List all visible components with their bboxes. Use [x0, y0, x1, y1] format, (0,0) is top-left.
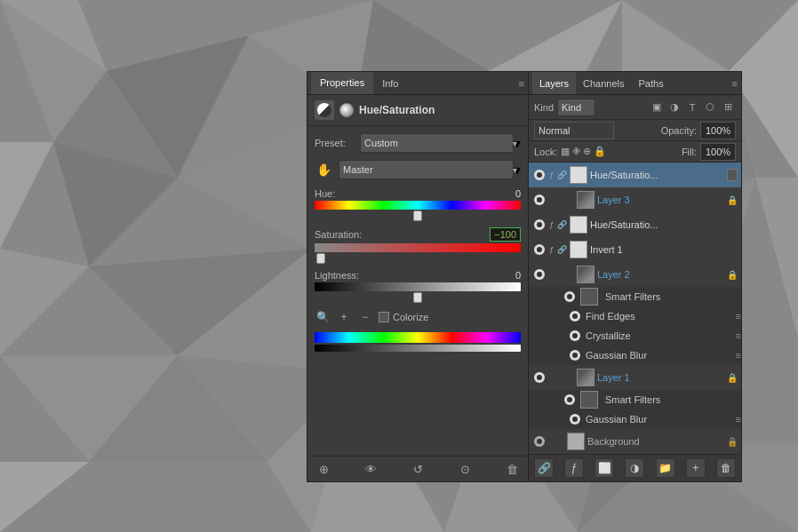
layer-thumb-hue-sat-top — [570, 166, 587, 184]
visibility2-icon[interactable]: ⊙ — [456, 460, 474, 478]
filter-visibility-find-edges[interactable] — [568, 309, 582, 323]
preset-select[interactable]: Custom Default — [360, 133, 514, 153]
saturation-thumb[interactable] — [316, 253, 325, 264]
hue-label-row: Hue: 0 — [315, 188, 521, 199]
saturation-label: Saturation: — [315, 229, 362, 240]
layers-list: ƒ 🔗 Hue/Saturatio... Layer 3 🔒 — [529, 163, 741, 454]
layer-lock-background: 🔒 — [727, 437, 738, 447]
properties-tab-bar: Properties Info ≡ — [307, 72, 528, 95]
layer-visibility-layer1[interactable] — [532, 370, 547, 385]
layer-link-button[interactable]: 🔗 — [534, 458, 554, 478]
lock-artboard-icon[interactable]: ⊕ — [583, 146, 591, 157]
smart-filter-icon[interactable]: ⊞ — [720, 99, 736, 115]
text-filter-icon[interactable]: T — [684, 99, 700, 115]
blend-mode-select[interactable]: Normal Multiply Screen — [534, 122, 614, 139]
shape-filter-icon[interactable]: ⬡ — [702, 99, 718, 115]
lightness-thumb[interactable] — [413, 292, 422, 303]
layer-visibility-hue-sat-top[interactable] — [532, 168, 547, 182]
smart-filters-visibility-layer1[interactable] — [563, 393, 577, 407]
lock-position-icon[interactable]: ✙ — [572, 146, 580, 157]
layer-row-background[interactable]: Background 🔒 — [529, 429, 741, 454]
smart-filters-thumb-layer2 — [580, 288, 598, 306]
adjustment-filter-icon[interactable]: ◑ — [666, 99, 682, 115]
opacity-value[interactable]: 100% — [700, 122, 736, 139]
filter-row-gaussian-blur-layer2[interactable]: Gaussian Blur ≡ — [529, 345, 741, 365]
preset-select-wrapper: Custom Default ▾ — [360, 133, 521, 153]
eyedropper-plus-button[interactable]: + — [336, 309, 352, 325]
channel-dropdown-arrow: ▾ — [514, 162, 521, 179]
filter-visibility-gaussian-blur-layer2[interactable] — [568, 348, 582, 362]
layer-thumb-layer2 — [577, 266, 595, 283]
layer-adjustment-button[interactable]: ◑ — [625, 458, 644, 478]
saturation-value[interactable]: −100 — [490, 227, 521, 242]
tab-info[interactable]: Info — [373, 72, 407, 94]
lock-pixels-icon[interactable]: ▦ — [561, 146, 570, 157]
smart-filters-visibility-layer2[interactable] — [563, 290, 577, 304]
layer-mask-button[interactable]: ⬜ — [595, 458, 614, 478]
delete-icon[interactable]: 🗑 — [503, 460, 521, 478]
eyedropper-button[interactable]: 🔍 — [315, 309, 331, 325]
reset-icon[interactable]: ↺ — [409, 460, 427, 478]
layer-new-button[interactable]: + — [686, 458, 706, 478]
layer-row-layer1[interactable]: Layer 1 🔒 — [529, 365, 741, 390]
layer-name-background: Background — [587, 436, 724, 447]
fill-value[interactable]: 100% — [700, 143, 736, 161]
layer-fx-button[interactable]: ƒ — [564, 458, 584, 478]
lock-all-icon[interactable]: 🔒 — [594, 146, 606, 157]
layer-row-hue-sat-2[interactable]: ƒ 🔗 Hue/Saturatio... — [529, 212, 741, 237]
layers-tab-bar: Layers Channels Paths ≡ — [529, 72, 741, 95]
filter-adj-find-edges: ≡ — [736, 311, 741, 322]
filter-row-gaussian-blur-layer1[interactable]: Gaussian Blur ≡ — [529, 409, 741, 429]
visibility-icon[interactable]: 👁 — [362, 460, 379, 478]
filter-visibility-gaussian-blur-layer1[interactable] — [568, 412, 582, 426]
layer-row-layer3[interactable]: Layer 3 🔒 — [529, 187, 741, 212]
preset-row: Preset: Custom Default ▾ — [315, 133, 521, 153]
tab-properties[interactable]: Properties — [311, 72, 373, 94]
colorize-checkbox[interactable] — [379, 312, 389, 322]
layer-delete-button[interactable]: 🗑 — [716, 458, 736, 478]
fx-badge-hue-sat-2: ƒ — [549, 220, 554, 229]
colorize-checkbox-label[interactable]: Colorize — [379, 312, 428, 322]
layer-row-hue-sat-top[interactable]: ƒ 🔗 Hue/Saturatio... — [529, 163, 741, 187]
props-content: Preset: Custom Default ▾ ✋ Master Reds Y — [307, 126, 528, 456]
tab-paths[interactable]: Paths — [632, 72, 671, 94]
gray-bar — [315, 345, 521, 352]
lock-fill-row: Lock: ▦ ✙ ⊕ 🔒 Fill: 100% — [529, 141, 741, 163]
hue-thumb[interactable] — [413, 210, 422, 221]
lightness-label-row: Lightness: 0 — [315, 270, 521, 281]
layers-panel-menu-icon[interactable]: ≡ — [732, 78, 738, 89]
layer-visibility-invert1[interactable] — [532, 242, 547, 257]
add-adjustment-icon[interactable]: ⊕ — [315, 460, 332, 478]
layer-visibility-layer3[interactable] — [532, 193, 547, 207]
layer-name-layer1: Layer 1 — [597, 372, 724, 383]
layer-name-layer2: Layer 2 — [597, 269, 724, 280]
filter-visibility-crystallize[interactable] — [568, 329, 582, 343]
channel-select[interactable]: Master Reds Yellows — [339, 160, 514, 179]
filter-row-crystallize[interactable]: Crystallize ≡ — [529, 326, 741, 345]
layer-lock-layer3: 🔒 — [727, 195, 738, 205]
layer-row-invert1[interactable]: ƒ 🔗 Invert 1 — [529, 237, 741, 262]
sat-gradient — [315, 243, 521, 252]
colorize-label: Colorize — [393, 312, 428, 322]
filter-row-find-edges[interactable]: Find Edges ≡ — [529, 306, 741, 326]
filter-adj-crystallize: ≡ — [736, 330, 741, 341]
layer-group-button[interactable]: 📁 — [656, 458, 675, 478]
hue-sat-icon — [315, 100, 334, 120]
eyedropper-minus-button[interactable]: − — [357, 309, 373, 325]
kind-select[interactable]: Kind — [557, 99, 595, 116]
tab-layers[interactable]: Layers — [532, 72, 576, 94]
blend-opacity-row: Normal Multiply Screen Opacity: 100% — [529, 120, 741, 141]
opacity-label: Opacity: — [661, 125, 697, 136]
colorize-row: 🔍 + − Colorize — [315, 309, 521, 325]
saturation-slider-section: Saturation: −100 — [315, 227, 521, 263]
layer-row-layer2[interactable]: Layer 2 🔒 — [529, 262, 741, 287]
properties-panel: Properties Info ≡ Hue/Saturation Preset:… — [307, 71, 529, 482]
properties-panel-menu-icon[interactable]: ≡ — [519, 78, 524, 89]
layer-visibility-hue-sat-2[interactable] — [532, 218, 547, 232]
pixel-filter-icon[interactable]: ▣ — [649, 99, 665, 115]
layer-visibility-layer2[interactable] — [532, 267, 547, 282]
layer-visibility-background[interactable] — [532, 434, 547, 449]
lightness-slider-section: Lightness: 0 — [315, 270, 521, 302]
tab-channels[interactable]: Channels — [576, 72, 631, 94]
smart-filters-thumb-layer1 — [580, 391, 598, 409]
